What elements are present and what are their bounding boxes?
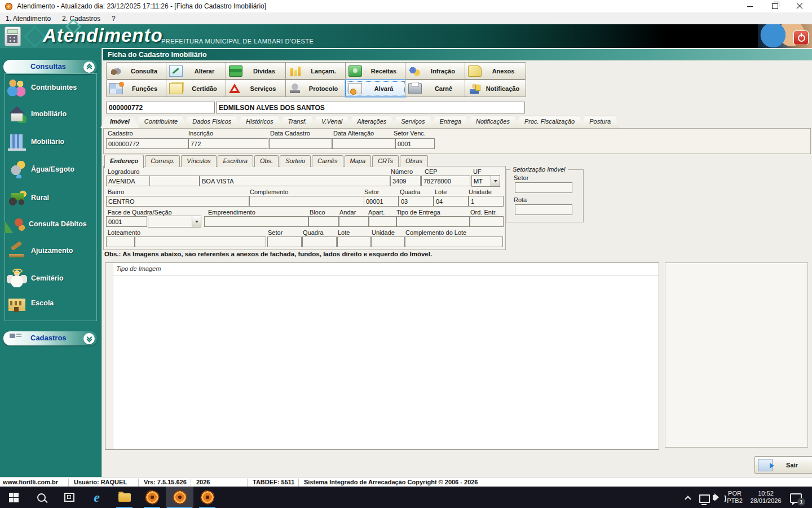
complemento-field[interactable] xyxy=(249,196,364,207)
notification-center-button[interactable]: 1 xyxy=(790,493,802,503)
tab-vvenal[interactable]: V.Venal xyxy=(312,116,352,128)
sidebar-item-consulta-debitos[interactable]: Consulta Débitos xyxy=(5,214,89,234)
protocolo-button[interactable]: Protocolo xyxy=(285,80,347,97)
tab-entrega[interactable]: Entrega xyxy=(430,116,471,128)
notificacao-button[interactable]: Notificação xyxy=(465,80,526,97)
sair-button[interactable]: Sair xyxy=(754,456,812,474)
sidebar-item-cemiterio[interactable]: Cemitério xyxy=(7,268,91,288)
task-view-button[interactable] xyxy=(55,487,83,508)
unidade-field[interactable] xyxy=(469,196,504,207)
face-combobox[interactable] xyxy=(148,216,201,227)
taskbar-search-button[interactable] xyxy=(28,487,55,508)
subtab-corresp[interactable]: Corresp. xyxy=(145,155,180,167)
cadastro-field[interactable] xyxy=(106,138,188,149)
dropdown-arrow-icon[interactable] xyxy=(192,216,201,227)
quadra-field[interactable] xyxy=(399,196,434,207)
sidebar-group-consultas[interactable]: Consultas xyxy=(3,60,97,74)
maximize-button[interactable] xyxy=(762,0,787,12)
tipo-logradouro-field[interactable] xyxy=(106,176,150,186)
cep-field[interactable] xyxy=(421,176,470,186)
record-name-field[interactable] xyxy=(216,102,525,113)
lote-field[interactable] xyxy=(434,196,469,207)
compl-lote-field[interactable] xyxy=(405,237,503,247)
sidebar-item-mobiliario[interactable]: Mobiliário xyxy=(7,132,91,152)
alterar-button[interactable]: Alterar xyxy=(166,62,227,80)
cod-logradouro-field[interactable] xyxy=(149,176,200,186)
dividas-button[interactable]: Dívidas xyxy=(226,62,287,80)
record-code-field[interactable] xyxy=(106,102,215,113)
subtab-crts[interactable]: CRTs xyxy=(372,155,399,167)
lot-unidade-field[interactable] xyxy=(371,237,405,247)
certidao-button[interactable]: Certidão xyxy=(166,80,227,97)
tab-historicos[interactable]: Históricos xyxy=(236,116,283,128)
tab-servicos[interactable]: Serviços xyxy=(391,116,434,128)
receitas-button[interactable]: Receitas xyxy=(345,62,407,80)
fiorilli-app-button-2-active[interactable] xyxy=(166,487,193,508)
lot-quadra-field[interactable] xyxy=(302,237,337,247)
bloco-field[interactable] xyxy=(308,216,339,227)
sidebar-item-escola[interactable]: Escola xyxy=(7,293,91,313)
network-icon[interactable] xyxy=(699,494,710,503)
image-grid[interactable]: Tipo de Imagem xyxy=(105,262,659,450)
carne-button[interactable]: Carnê xyxy=(405,80,466,97)
tray-show-hidden-icons-button[interactable] xyxy=(686,496,691,501)
lot-lote-field[interactable] xyxy=(337,237,371,247)
lancamentos-button[interactable]: Lançam. xyxy=(285,62,347,80)
ord-entr-field[interactable] xyxy=(470,216,504,227)
alvara-button[interactable]: Alvará xyxy=(345,80,407,97)
language-indicator[interactable]: POR PTB2 xyxy=(725,490,745,505)
andar-field[interactable] xyxy=(339,216,369,227)
setor-field[interactable] xyxy=(364,196,399,207)
anexos-button[interactable]: Anexos xyxy=(465,62,526,80)
bairro-field[interactable] xyxy=(106,196,249,207)
numero-field[interactable] xyxy=(390,176,421,186)
subtab-vinculos[interactable]: Vínculos xyxy=(181,155,216,167)
clock[interactable]: 10:52 28/01/2026 xyxy=(745,490,786,505)
tipo-entrega-field[interactable] xyxy=(396,216,470,227)
subtab-carnes[interactable]: Carnês xyxy=(312,155,343,167)
setor-venc-field[interactable] xyxy=(395,138,435,149)
tab-postura[interactable]: Postura xyxy=(580,116,620,128)
sidebar-item-imobiliario[interactable]: Imobiliário xyxy=(7,104,91,124)
subtab-mapa[interactable]: Mapa xyxy=(345,155,372,167)
tab-transf[interactable]: Transf. xyxy=(279,116,316,128)
uf-combobox[interactable]: MT xyxy=(471,175,500,187)
tab-imovel[interactable]: Imóvel xyxy=(100,116,139,128)
loteamento-field[interactable] xyxy=(135,237,266,247)
lot-setor-field[interactable] xyxy=(267,237,302,247)
menu-help[interactable]: ? xyxy=(106,15,121,23)
tab-notificacoes[interactable]: Notificações xyxy=(466,116,519,128)
funcoes-button[interactable]: Funções xyxy=(106,80,167,97)
close-button[interactable] xyxy=(787,0,812,12)
tab-dados-fisicos[interactable]: Dados Fisicos xyxy=(183,116,241,128)
face-quadra-field[interactable] xyxy=(106,216,147,227)
collapse-button[interactable] xyxy=(83,62,95,73)
fiorilli-app-button-3[interactable] xyxy=(193,487,221,508)
consulta-button[interactable]: Consulta xyxy=(106,62,167,80)
subtab-escritura[interactable]: Escritura xyxy=(218,155,253,167)
setorizacao-setor-field[interactable] xyxy=(515,182,572,193)
tab-proc-fiscalizacao[interactable]: Proc. Fiscalização xyxy=(515,116,584,128)
inscricao-field[interactable] xyxy=(188,138,268,149)
expand-button[interactable] xyxy=(83,333,95,344)
servicos-button[interactable]: Serviços xyxy=(226,80,287,97)
subtab-sorteio[interactable]: Sorteio xyxy=(280,155,311,167)
menu-cadastros[interactable]: 2. Cadastros xyxy=(56,15,106,23)
dropdown-arrow-icon[interactable] xyxy=(491,176,500,186)
infracao-button[interactable]: Infração xyxy=(405,62,466,80)
minimize-button[interactable] xyxy=(738,0,762,12)
subtab-obs[interactable]: Obs. xyxy=(254,155,279,167)
data-cadastro-field[interactable] xyxy=(269,138,332,149)
sidebar-group-cadastros[interactable]: Cadastros xyxy=(3,331,97,345)
file-explorer-button[interactable] xyxy=(111,487,138,508)
start-button[interactable] xyxy=(0,487,28,508)
sidebar-item-ajuizamento[interactable]: Ajuizamento xyxy=(7,240,91,261)
logradouro-field[interactable] xyxy=(200,176,390,186)
tab-alteracoes[interactable]: Alterações xyxy=(347,116,396,128)
subtab-obras[interactable]: Obras xyxy=(400,155,428,167)
power-button-icon[interactable] xyxy=(793,30,809,45)
internet-explorer-button[interactable]: e xyxy=(83,487,111,508)
apart-field[interactable] xyxy=(369,216,396,227)
tab-contribuinte[interactable]: Contribuinte xyxy=(135,116,187,128)
empreendimento-field[interactable] xyxy=(204,216,308,227)
